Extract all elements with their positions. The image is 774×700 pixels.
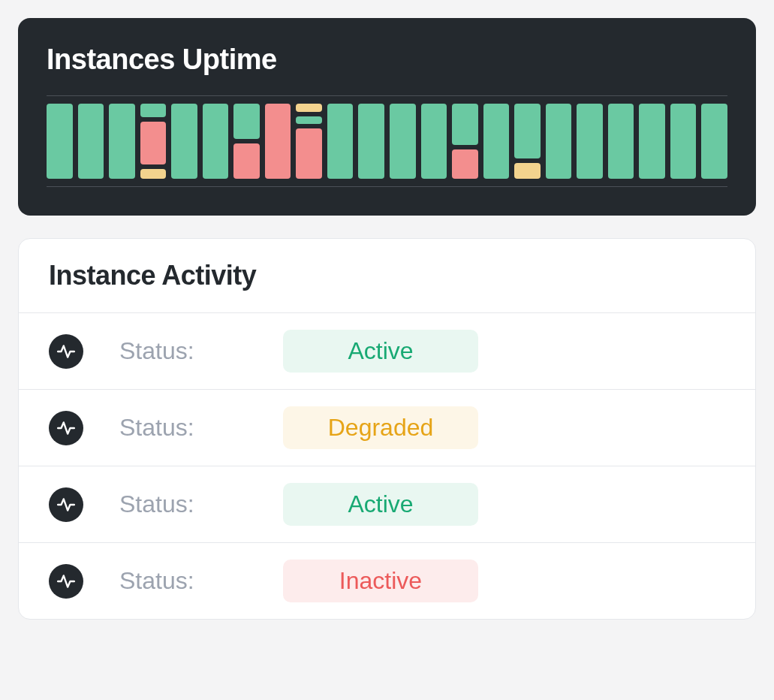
uptime-segment-healthy xyxy=(47,104,73,179)
uptime-column xyxy=(452,104,478,179)
uptime-segment-degraded xyxy=(514,163,541,179)
uptime-segment-healthy xyxy=(296,116,322,125)
status-badge: Degraded xyxy=(283,406,478,449)
status-badge: Active xyxy=(283,330,478,373)
uptime-column xyxy=(608,104,634,179)
status-label: Status: xyxy=(119,490,247,518)
uptime-segment-healthy xyxy=(701,104,727,179)
uptime-column xyxy=(639,104,665,179)
uptime-segment-degraded xyxy=(140,169,167,179)
uptime-column xyxy=(233,104,260,179)
uptime-column xyxy=(78,104,104,179)
uptime-column xyxy=(171,104,197,179)
uptime-segment-healthy xyxy=(171,104,197,179)
uptime-segment-healthy xyxy=(421,104,447,179)
uptime-segment-healthy xyxy=(140,104,167,117)
uptime-segment-healthy xyxy=(577,104,603,179)
activity-header: Instance Activity xyxy=(19,239,755,313)
uptime-segment-healthy xyxy=(546,104,572,179)
uptime-column xyxy=(577,104,603,179)
uptime-segment-healthy xyxy=(452,104,478,145)
uptime-chart xyxy=(47,96,727,179)
uptime-column xyxy=(358,104,384,179)
activity-pulse-icon xyxy=(49,564,83,599)
uptime-column xyxy=(109,104,135,179)
uptime-segment-healthy xyxy=(483,104,510,179)
uptime-segment-healthy xyxy=(327,104,354,179)
activity-pulse-icon xyxy=(49,411,83,445)
uptime-segment-healthy xyxy=(203,104,229,179)
uptime-segment-healthy xyxy=(109,104,135,179)
uptime-segment-healthy xyxy=(390,104,416,179)
uptime-column xyxy=(296,104,322,179)
uptime-column xyxy=(421,104,447,179)
activity-row: Status:Inactive xyxy=(19,543,755,619)
uptime-segment-healthy xyxy=(233,104,260,139)
uptime-column xyxy=(670,104,697,179)
status-badge: Inactive xyxy=(283,560,478,602)
uptime-column xyxy=(390,104,416,179)
status-badge: Active xyxy=(283,483,478,526)
uptime-segment-down xyxy=(233,143,260,179)
uptime-segment-down xyxy=(140,122,167,164)
uptime-column xyxy=(546,104,572,179)
status-label: Status: xyxy=(119,567,247,595)
activity-row: Status:Degraded xyxy=(19,390,755,466)
uptime-segment-healthy xyxy=(514,104,541,158)
uptime-segment-down xyxy=(452,149,478,179)
status-label: Status: xyxy=(119,414,247,442)
uptime-segment-degraded xyxy=(296,104,322,112)
uptime-column xyxy=(265,104,291,179)
uptime-segment-healthy xyxy=(670,104,697,179)
uptime-segment-down xyxy=(265,104,291,179)
uptime-column xyxy=(483,104,510,179)
uptime-card: Instances Uptime xyxy=(18,18,756,216)
uptime-segment-healthy xyxy=(639,104,665,179)
uptime-column xyxy=(203,104,229,179)
activity-row: Status:Active xyxy=(19,466,755,543)
uptime-segment-healthy xyxy=(608,104,634,179)
uptime-column xyxy=(47,104,73,179)
uptime-column xyxy=(327,104,354,179)
uptime-column xyxy=(701,104,727,179)
uptime-column xyxy=(140,104,167,179)
uptime-segment-down xyxy=(296,128,322,179)
activity-title: Instance Activity xyxy=(49,260,725,291)
status-label: Status: xyxy=(119,337,247,365)
divider xyxy=(47,186,727,187)
activity-card: Instance Activity Status:ActiveStatus:De… xyxy=(18,238,756,620)
uptime-segment-healthy xyxy=(358,104,384,179)
activity-row: Status:Active xyxy=(19,313,755,390)
uptime-title: Instances Uptime xyxy=(47,44,727,76)
uptime-segment-healthy xyxy=(78,104,104,179)
activity-pulse-icon xyxy=(49,487,83,522)
uptime-column xyxy=(514,104,541,179)
activity-pulse-icon xyxy=(49,334,83,369)
